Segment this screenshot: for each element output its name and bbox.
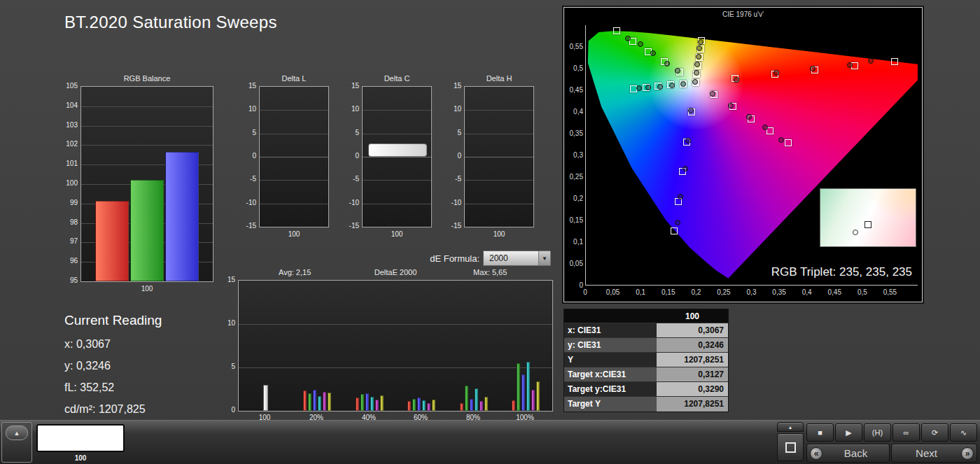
- measurement-marker: [638, 41, 643, 47]
- y-tick-label: 5: [207, 363, 235, 370]
- sweep-button[interactable]: ∿: [950, 423, 977, 442]
- cyan-bar: [318, 396, 321, 411]
- y-tick-label: 103: [50, 121, 78, 129]
- y-tick-label: 0: [566, 281, 583, 289]
- back-label: Back: [822, 447, 889, 459]
- red-bar: [460, 403, 463, 411]
- table-header-cell: 100: [657, 309, 728, 323]
- cyan-bar: [422, 400, 426, 411]
- y-tick-label: 0: [207, 406, 235, 414]
- white-point-inset: [820, 188, 916, 247]
- deltae-chart: Avg: 2,15 DeltaE 2000 Max: 5,65 15105010…: [238, 280, 553, 412]
- chevron-down-icon: ▼: [538, 251, 550, 265]
- y-tick-label: -5: [228, 175, 256, 183]
- green-bar: [412, 399, 416, 411]
- y-tick-label: 5: [331, 129, 359, 136]
- x-tick-label: 0,5: [858, 288, 867, 296]
- y-tick-label: 10: [228, 105, 256, 113]
- plot-area: [238, 280, 553, 412]
- x-tick-label: 0,2: [691, 288, 701, 296]
- target-marker: [891, 58, 898, 65]
- x-tick-label: 0,35: [772, 288, 785, 296]
- y-tick-label: 0,15: [566, 216, 583, 224]
- table-value-cell: 1207,8251: [657, 353, 728, 367]
- current-reading-heading: Current Reading: [64, 313, 162, 328]
- hold-button[interactable]: (H): [864, 423, 891, 442]
- cyan-bar: [475, 388, 478, 411]
- inset-target-marker: [864, 221, 872, 228]
- x-axis-label: 100: [464, 230, 534, 238]
- measurement-marker: [762, 125, 768, 130]
- play-button[interactable]: ▶: [835, 423, 862, 442]
- gridline: [363, 110, 431, 111]
- y-tick-label: 105: [50, 82, 78, 90]
- loop-button[interactable]: ⟳: [921, 423, 948, 442]
- plot-area: [362, 86, 432, 227]
- table-label-cell: [564, 309, 657, 323]
- x-tick-label: 0: [583, 288, 587, 296]
- table-label-cell: Y: [564, 353, 657, 367]
- de-formula-select[interactable]: 2000 ▼: [483, 251, 551, 266]
- back-button[interactable]: « Back: [806, 444, 890, 463]
- blue-bar: [165, 152, 199, 281]
- y-tick-label: 15: [207, 276, 235, 283]
- measurement-marker: [774, 70, 779, 76]
- measurement-marker: [678, 194, 683, 199]
- red-bar: [356, 398, 359, 411]
- table-label-cell: Target x:CIE31: [564, 367, 657, 381]
- y-tick-label: 0,3: [566, 151, 583, 159]
- back-chevron-icon: «: [810, 447, 822, 460]
- gridline: [260, 204, 328, 204]
- x-tick-label: 0,25: [717, 288, 730, 296]
- y-tick-label: 15: [228, 82, 256, 90]
- continuous-read-button[interactable]: ∞: [892, 423, 920, 442]
- red-bar: [95, 201, 129, 281]
- y-tick-label: 0,45: [566, 86, 583, 94]
- red-bar: [303, 391, 307, 411]
- table-row: x: CIE310,3067: [564, 323, 728, 338]
- table-label-cell: Target y:CIE31: [564, 382, 657, 396]
- y-tick-label: 96: [50, 257, 78, 265]
- cyan-bar: [526, 362, 530, 411]
- y-tick-label: 0,35: [566, 129, 583, 137]
- gridline: [465, 180, 533, 181]
- chart-title: RGB Balance: [80, 74, 214, 83]
- pattern-nav-panel: ▲: [1, 422, 32, 463]
- pattern-up-button[interactable]: ▲: [777, 422, 804, 432]
- magenta-bar: [479, 401, 483, 411]
- measurement-marker: [698, 39, 704, 45]
- table-value-cell: 0,3067: [657, 323, 728, 337]
- y-tick-label: 99: [50, 199, 78, 206]
- table-row: y: CIE310,3246: [564, 338, 728, 353]
- measurement-marker: [636, 85, 642, 91]
- y-tick-label: 15: [331, 82, 359, 90]
- green-bar: [465, 386, 468, 411]
- red-bar: [512, 400, 515, 411]
- table-value-cell: 0,3290: [657, 382, 728, 396]
- y-tick-label: -10: [331, 199, 359, 206]
- gridline: [363, 134, 431, 134]
- x-tick-label: 0,05: [606, 288, 620, 296]
- y-tick-label: 10: [331, 105, 359, 113]
- delta-c-chart: Delta C 100 151050-5-10-15: [362, 86, 432, 227]
- play-icon: ▶: [846, 428, 851, 437]
- y-tick-label: 104: [50, 101, 78, 109]
- cie-title: CIE 1976 u'v': [564, 10, 922, 18]
- y-tick-label: 5: [228, 129, 256, 136]
- current-pattern-swatch[interactable]: [36, 424, 125, 452]
- y-tick-label: 10: [433, 105, 461, 113]
- yellow-bar: [432, 400, 435, 411]
- gridline: [81, 106, 213, 107]
- stop-button[interactable]: ■: [806, 423, 834, 442]
- next-button[interactable]: Next »: [891, 444, 977, 463]
- stop-icon: ■: [818, 428, 822, 437]
- plot-area: [464, 86, 534, 227]
- loop-icon: ⟳: [932, 428, 938, 437]
- up-icon: ▲: [788, 425, 793, 430]
- window-pattern-button[interactable]: [777, 433, 804, 461]
- page-title: BT.2020 Saturation Sweeps: [64, 13, 277, 32]
- blue-bar: [417, 398, 421, 411]
- deltae-max-label: Max: 5,65: [473, 268, 507, 276]
- eject-button[interactable]: ▲: [6, 426, 28, 440]
- y-tick-label: 101: [50, 160, 78, 167]
